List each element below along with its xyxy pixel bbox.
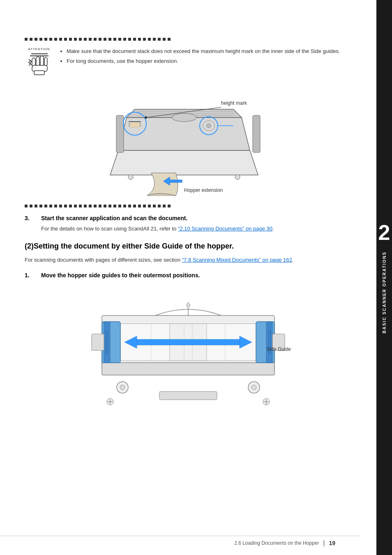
dot bbox=[99, 38, 101, 41]
dot bbox=[118, 38, 121, 41]
step-1-number: 1. bbox=[25, 272, 36, 279]
dot bbox=[158, 38, 161, 41]
svg-marker-50 bbox=[186, 302, 190, 308]
dot bbox=[79, 205, 82, 207]
dot bbox=[44, 205, 47, 207]
dot bbox=[69, 205, 72, 207]
svg-rect-19 bbox=[130, 122, 140, 127]
dot bbox=[113, 205, 116, 207]
dot bbox=[168, 38, 171, 41]
section-2-heading: (2)Setting the document by either Side G… bbox=[25, 242, 352, 251]
svg-rect-61 bbox=[159, 391, 217, 400]
svg-rect-7 bbox=[34, 71, 44, 75]
chapter-number: 2 bbox=[378, 222, 390, 243]
top-dotted-divider bbox=[25, 38, 352, 41]
dot bbox=[84, 205, 87, 207]
scanner-diagram-svg bbox=[94, 85, 283, 200]
dot bbox=[64, 38, 67, 41]
step-3-section: 3. Start the scanner application and sca… bbox=[25, 215, 352, 233]
dot bbox=[59, 205, 62, 207]
svg-rect-9 bbox=[253, 115, 260, 152]
dot bbox=[74, 205, 77, 207]
step-3-title: Start the scanner application and scan t… bbox=[41, 215, 187, 221]
svg-rect-41 bbox=[266, 322, 272, 363]
svg-point-13 bbox=[172, 113, 196, 122]
dot bbox=[44, 38, 47, 41]
dot bbox=[108, 205, 111, 207]
section-2-link[interactable]: “7.8 Scanning Mixed Documents” on page 1… bbox=[182, 257, 292, 263]
dot bbox=[99, 205, 101, 207]
dot bbox=[39, 38, 42, 41]
bottom-dotted-divider bbox=[25, 205, 352, 207]
attention-box: ATTENTION bbox=[25, 46, 352, 78]
dot bbox=[74, 38, 77, 41]
dot bbox=[138, 38, 141, 41]
height-mark-label: height mark bbox=[221, 100, 247, 106]
step-3-body-prefix: For the details on how to scan using Sca… bbox=[41, 226, 178, 232]
dot bbox=[25, 205, 28, 207]
dot bbox=[89, 38, 92, 41]
dot bbox=[104, 205, 106, 207]
svg-rect-5 bbox=[44, 58, 47, 66]
svg-rect-44 bbox=[92, 334, 104, 350]
svg-point-27 bbox=[235, 175, 240, 180]
chapter-title: BASIC SCANNER OPERATIONS bbox=[382, 251, 387, 334]
section-2-body-suffix: . bbox=[292, 257, 294, 263]
dot bbox=[143, 205, 146, 207]
step-3-link[interactable]: “2.10 Scanning Documents” on page 30 bbox=[178, 226, 272, 232]
attention-text: Make sure that the document stack does n… bbox=[60, 47, 340, 67]
dot bbox=[113, 38, 116, 41]
section-2-body-prefix: For scanning documents with pages of dif… bbox=[25, 257, 182, 263]
svg-rect-37 bbox=[104, 322, 110, 363]
dot bbox=[138, 205, 141, 207]
attention-bullet-2: For long documents, use the hopper exten… bbox=[67, 57, 340, 65]
attention-hand-icon bbox=[28, 52, 51, 76]
hopper-diagram-svg bbox=[90, 283, 287, 410]
svg-point-24 bbox=[206, 124, 211, 128]
hopper-extension-label: Hopper extension bbox=[184, 187, 223, 193]
step-1-section: 1. Move the hopper side guides to their … bbox=[25, 272, 352, 279]
dot bbox=[54, 38, 57, 41]
dot bbox=[123, 38, 126, 41]
svg-point-21 bbox=[145, 116, 147, 119]
dot bbox=[148, 38, 151, 41]
dot bbox=[133, 205, 136, 207]
dot bbox=[94, 205, 97, 207]
step-3-body: For the details on how to scan using Sca… bbox=[41, 225, 352, 233]
svg-point-54 bbox=[251, 385, 256, 390]
dot bbox=[35, 205, 37, 207]
dot bbox=[30, 205, 32, 207]
attention-icon-area: ATTENTION bbox=[25, 47, 53, 76]
page-footer: 2.6 Loading Documents on the Hopper | 19 bbox=[0, 536, 360, 547]
dots-top bbox=[25, 38, 171, 41]
dot bbox=[153, 205, 156, 207]
svg-rect-8 bbox=[116, 115, 124, 152]
dot bbox=[143, 38, 146, 41]
chapter-tab: 2 BASIC SCANNER OPERATIONS bbox=[376, 0, 392, 555]
dot bbox=[54, 205, 57, 207]
dot bbox=[133, 38, 136, 41]
dot bbox=[153, 38, 156, 41]
dot bbox=[128, 205, 131, 207]
dot bbox=[94, 38, 97, 41]
dot bbox=[49, 38, 52, 41]
dot bbox=[123, 205, 126, 207]
dot bbox=[158, 205, 161, 207]
step-3-body-suffix: . bbox=[272, 226, 274, 232]
dot bbox=[59, 38, 62, 41]
svg-rect-3 bbox=[40, 56, 44, 67]
dot bbox=[49, 205, 52, 207]
step-3-number: 3. bbox=[25, 215, 36, 221]
step-1-title: Move the hopper side guides to their out… bbox=[41, 272, 200, 279]
dot bbox=[104, 38, 106, 41]
dot bbox=[39, 205, 42, 207]
dots-bottom bbox=[25, 205, 171, 207]
dot bbox=[108, 38, 111, 41]
dot bbox=[89, 205, 92, 207]
footer-page: 19 bbox=[329, 540, 335, 546]
main-content: ATTENTION bbox=[0, 0, 376, 555]
footer-text: 2.6 Loading Documents on the Hopper bbox=[234, 540, 319, 546]
section-2-body: For scanning documents with pages of dif… bbox=[25, 256, 352, 265]
svg-rect-46 bbox=[133, 339, 244, 345]
dot bbox=[128, 38, 131, 41]
